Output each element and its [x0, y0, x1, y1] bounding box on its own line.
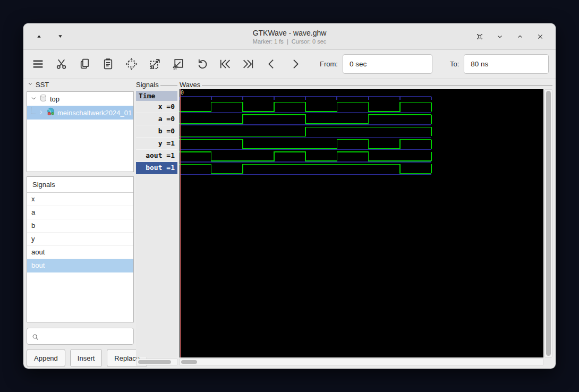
- from-label: From:: [320, 60, 338, 68]
- zoom-in-icon[interactable]: [148, 57, 162, 71]
- signals-frame-label: Signals: [136, 81, 159, 89]
- marker-cursor-status: Marker: 1 fs | Cursor: 0 sec: [253, 38, 327, 45]
- wave-trace-aout: [180, 152, 431, 161]
- to-group: To:: [450, 54, 549, 74]
- signal-list-header: Signals: [27, 177, 133, 193]
- scrollbar-thumb[interactable]: [546, 91, 551, 356]
- next-edge-icon[interactable]: [288, 57, 302, 71]
- wave-trace-b: [180, 127, 431, 136]
- tree-guide-line: [31, 107, 36, 114]
- titlebar-center: GTKWave - wave.ghw Marker: 1 fs | Cursor…: [253, 29, 327, 45]
- scrollbar-thumb[interactable]: [138, 360, 171, 364]
- signal-search-box[interactable]: [27, 328, 134, 345]
- wave-trace-a: [180, 115, 431, 124]
- signal-value-row[interactable]: b =0: [136, 125, 177, 138]
- tree-item-top[interactable]: top: [27, 92, 133, 106]
- to-label: To:: [450, 60, 459, 68]
- signal-action-buttons: AppendInsertReplace: [27, 349, 134, 367]
- signal-list-items: xabyaoutbout: [27, 193, 133, 272]
- copy-icon[interactable]: [78, 57, 92, 71]
- signal-list-item[interactable]: aout: [27, 246, 133, 259]
- signals-frame-header: Signals: [136, 81, 177, 89]
- waves-grid: 0: [180, 89, 552, 365]
- cut-icon[interactable]: [54, 57, 69, 71]
- time-header: Time: [136, 91, 177, 101]
- signal-value-row[interactable]: bout =1: [136, 162, 177, 174]
- undo-icon[interactable]: [194, 57, 209, 71]
- append-button[interactable]: Append: [27, 349, 65, 367]
- signal-value-row[interactable]: x =0: [136, 101, 177, 113]
- titlebar-right-buttons: [326, 32, 556, 41]
- wave-trace-x: [180, 103, 431, 112]
- signal-list-item[interactable]: a: [27, 206, 133, 219]
- sst-label: SST: [36, 81, 49, 89]
- from-group: From:: [320, 54, 432, 74]
- triangle-up-icon[interactable]: [34, 32, 44, 41]
- waves-frame-header: Waves: [180, 81, 552, 89]
- wave-canvas[interactable]: 0: [180, 89, 543, 357]
- timeline-origin-label: 0: [181, 90, 184, 96]
- signal-value-row[interactable]: y =1: [136, 138, 177, 150]
- to-input[interactable]: [464, 54, 549, 74]
- sst-header[interactable]: SST: [28, 80, 134, 89]
- gtkwave-window: GTKWave - wave.ghw Marker: 1 fs | Cursor…: [23, 23, 556, 369]
- signal-list-item[interactable]: y: [27, 233, 133, 246]
- expander-right-icon: [38, 109, 44, 117]
- window-title: GTKWave - wave.ghw: [253, 29, 327, 37]
- signal-list-item[interactable]: x: [27, 193, 133, 206]
- wave-trace-y: [180, 140, 431, 149]
- archive-icon: [39, 93, 48, 104]
- waves-vertical-scrollbar[interactable]: [544, 89, 552, 357]
- signal-value-row[interactable]: aout =1: [136, 150, 177, 162]
- waves-horizontal-scrollbar[interactable]: [180, 359, 543, 365]
- from-input[interactable]: [343, 54, 432, 74]
- skip-to-start-icon[interactable]: [218, 57, 232, 71]
- insert-button[interactable]: Insert: [70, 349, 103, 367]
- signal-list-item[interactable]: b: [27, 219, 133, 233]
- waves-panel: Waves 0: [180, 79, 552, 369]
- triangle-down-icon[interactable]: [55, 32, 65, 41]
- module-icon: [46, 107, 55, 118]
- zoom-out-icon[interactable]: [171, 57, 185, 71]
- toolbar-icon-group: [31, 57, 302, 71]
- wave-trace-bout: [180, 164, 431, 173]
- zoom-fit-icon[interactable]: [124, 57, 139, 71]
- toolbar: From: To:: [23, 50, 556, 79]
- tree-item-label: top: [50, 95, 59, 103]
- expander-down-icon: [28, 81, 34, 88]
- close-icon[interactable]: [535, 32, 545, 41]
- waveform-svg: 0: [180, 89, 543, 357]
- frame-border-line: [202, 85, 552, 86]
- tree-item-module[interactable]: meinschaltwerk2024_01: [27, 106, 133, 120]
- signal-list-item[interactable]: bout: [27, 259, 133, 272]
- titlebar-left-buttons: [23, 32, 253, 41]
- signal-value-row[interactable]: a =0: [136, 113, 177, 125]
- paste-icon[interactable]: [101, 57, 115, 71]
- main-area: SST top meinschaltwerk2024_01: [23, 79, 556, 369]
- values-horizontal-scrollbar[interactable]: [136, 359, 177, 365]
- expander-down-icon: [31, 95, 37, 103]
- menu-icon[interactable]: [31, 57, 45, 71]
- signal-search-input[interactable]: [41, 333, 134, 340]
- prev-edge-icon[interactable]: [265, 57, 279, 71]
- chevron-down-icon[interactable]: [495, 32, 505, 41]
- signal-value-rows: x =0a =0b =0y =1aout =1bout =1: [136, 101, 177, 174]
- tree-item-label: meinschaltwerk2024_01: [57, 109, 132, 117]
- waves-frame-label: Waves: [180, 81, 200, 89]
- sst-panel: SST top meinschaltwerk2024_01: [27, 79, 134, 369]
- skip-to-end-icon[interactable]: [241, 57, 256, 71]
- frame-border-line: [160, 85, 177, 86]
- titlebar: GTKWave - wave.ghw Marker: 1 fs | Cursor…: [23, 23, 556, 50]
- signal-values-panel: Signals Time x =0a =0b =0y =1aout =1bout…: [136, 79, 177, 369]
- desktop-background: GTKWave - wave.ghw Marker: 1 fs | Cursor…: [0, 0, 579, 392]
- hierarchy-tree: top meinschaltwerk2024_01: [27, 91, 134, 172]
- fullscreen-icon[interactable]: [475, 32, 484, 41]
- signal-values-body: Time x =0a =0b =0y =1aout =1bout =1: [136, 91, 177, 357]
- scrollbar-thumb[interactable]: [181, 360, 197, 364]
- search-icon: [31, 333, 38, 339]
- chevron-up-icon[interactable]: [515, 32, 525, 41]
- signal-name-list: Signals xabyaoutbout: [27, 176, 134, 322]
